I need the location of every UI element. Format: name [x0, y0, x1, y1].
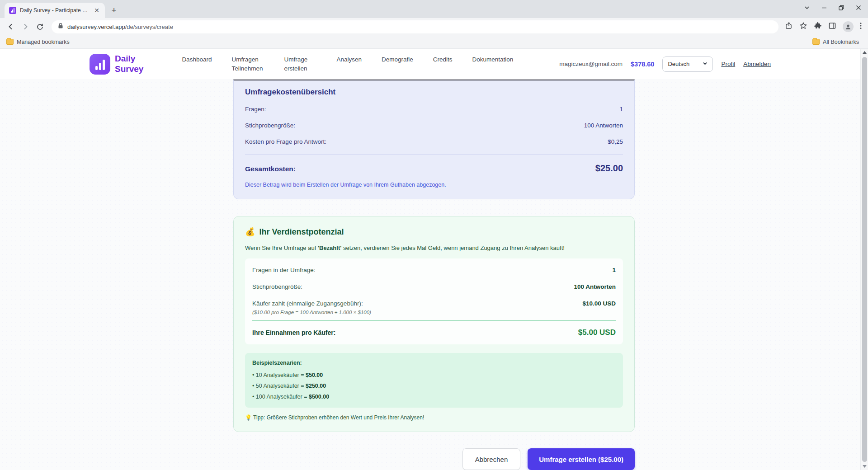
page-scrollbar[interactable] — [860, 49, 868, 470]
form-actions: Abbrechen Umfrage erstellen ($25.00) — [233, 448, 635, 470]
earn-row-sample-size: Stichprobengröße: 100 Antworten — [252, 283, 616, 290]
nav-demografie[interactable]: Demografie — [382, 55, 413, 64]
all-bookmarks[interactable]: All Bookmarks — [812, 39, 862, 45]
url-bar[interactable]: dailysurvey.vercel.app/de/surveys/create — [52, 20, 778, 33]
cancel-button[interactable]: Abbrechen — [462, 448, 521, 470]
scenario-item: • 10 Analysekäufer = $50.00 — [252, 372, 616, 378]
nav-credits[interactable]: Credits — [433, 55, 453, 64]
forward-icon[interactable] — [19, 20, 32, 33]
folder-icon — [812, 39, 820, 45]
tip-text: 💡 Tipp: Größere Stichproben erhöhen den … — [245, 414, 623, 421]
earn-row-questions: Fragen in der Umfrage: 1 — [252, 267, 616, 273]
cost-row-cost-per-answer: Kosten pro Frage pro Antwort: $0,25 — [245, 138, 623, 145]
main-nav: Dashboard Umfragen Teilnehmen Umfrage er… — [182, 55, 513, 73]
earning-breakdown-panel: Fragen in der Umfrage: 1 Stichprobengröß… — [245, 258, 623, 344]
side-panel-icon[interactable] — [828, 22, 836, 32]
brand[interactable]: DailySurvey — [90, 54, 143, 75]
language-select[interactable]: Deutsch — [662, 56, 713, 72]
nav-analysen[interactable]: Analysen — [336, 55, 362, 64]
user-email: magiczeux@gmail.com — [559, 61, 623, 67]
chevron-down-icon — [703, 61, 708, 67]
earning-title: 💰 Ihr Verdienstpotenzial — [245, 227, 623, 237]
page-viewport: DailySurvey Dashboard Umfragen Teilnehme… — [0, 49, 868, 470]
lock-icon — [58, 23, 63, 31]
cost-row-sample-size: Stichprobengröße: 100 Antworten — [245, 122, 623, 129]
managed-bookmarks[interactable]: Managed bookmarks — [6, 39, 70, 45]
brand-chart-icon — [90, 54, 110, 75]
cost-summary-title: Umfragekostenübersicht — [245, 88, 623, 97]
profile-avatar-icon[interactable] — [843, 21, 854, 32]
nav-umfrage-erstellen[interactable]: Umfrage erstellen — [284, 55, 316, 73]
price-formula: ($10.00 pro Frage = 100 Antworten ÷ 1.00… — [252, 310, 616, 315]
bookmarks-bar: Managed bookmarks All Bookmarks — [0, 35, 868, 49]
site-favicon-chart-icon — [9, 7, 16, 14]
earn-row-buyer-pays: Käufer zahlt (einmalige Zugangsgebühr): … — [252, 300, 616, 307]
divider — [252, 320, 616, 321]
earnings-per-buyer-value: $5.00 USD — [578, 328, 616, 337]
back-icon[interactable] — [5, 20, 17, 33]
total-cost-row: Gesamtkosten: $25.00 — [245, 163, 623, 174]
earning-potential-card: 💰 Ihr Verdienstpotenzial Wenn Sie Ihre U… — [233, 216, 635, 432]
app-header: DailySurvey Dashboard Umfragen Teilnehme… — [0, 49, 868, 79]
window-minimize-icon[interactable] — [821, 5, 827, 11]
brand-name: DailySurvey — [115, 54, 143, 75]
scrollbar-thumb[interactable] — [862, 57, 867, 462]
cost-row-questions: Fragen: 1 — [245, 106, 623, 113]
balance-amount[interactable]: $378.60 — [631, 61, 654, 68]
tab-title: Daily Survey - Participate & Earn — [20, 7, 89, 14]
nav-dokumentation[interactable]: Dokumentation — [472, 55, 514, 64]
total-cost-value: $25.00 — [595, 163, 623, 174]
browser-toolbar: dailysurvey.vercel.app/de/surveys/create — [0, 18, 868, 35]
nav-umfragen-teilnehmen[interactable]: Umfragen Teilnehmen — [231, 55, 264, 73]
folder-icon — [6, 39, 14, 45]
example-scenarios-box: Beispielszenarien: • 10 Analysekäufer = … — [245, 353, 623, 408]
window-close-icon[interactable] — [855, 5, 862, 11]
window-restore-icon[interactable] — [838, 5, 844, 11]
browser-tab[interactable]: Daily Survey - Participate & Earn ✕ — [5, 3, 105, 18]
create-survey-button[interactable]: Umfrage erstellen ($25.00) — [528, 448, 635, 470]
bookmark-star-icon[interactable] — [799, 22, 807, 32]
extensions-puzzle-icon[interactable] — [814, 22, 822, 32]
tab-close-icon[interactable]: ✕ — [92, 6, 101, 14]
tab-search-chevron-icon[interactable] — [804, 5, 810, 11]
scroll-up-icon[interactable] — [863, 49, 867, 56]
scenario-item: • 100 Analysekäufer = $500.00 — [252, 394, 616, 400]
logout-link[interactable]: Abmelden — [743, 61, 771, 67]
url-text: dailysurvey.vercel.app/de/surveys/create — [67, 24, 173, 30]
profile-link[interactable]: Profil — [721, 61, 735, 67]
scroll-down-icon[interactable] — [863, 463, 867, 470]
divider — [245, 155, 623, 155]
nav-dashboard[interactable]: Dashboard — [182, 55, 212, 64]
earning-intro: Wenn Sie Ihre Umfrage auf 'Bezahlt' setz… — [245, 244, 623, 251]
browser-tab-strip: Daily Survey - Participate & Earn ✕ + — [0, 0, 868, 18]
earnings-per-buyer-row: Ihre Einnahmen pro Käufer: $5.00 USD — [252, 328, 616, 337]
new-tab-button[interactable]: + — [108, 4, 120, 17]
cost-note: Dieser Betrag wird beim Erstellen der Um… — [245, 182, 623, 188]
scenario-item: • 50 Analysekäufer = $250.00 — [252, 383, 616, 389]
content-column: Umfragekostenübersicht Fragen: 1 Stichpr… — [233, 79, 635, 470]
money-bag-icon: 💰 — [245, 227, 255, 237]
cost-summary-card: Umfragekostenübersicht Fragen: 1 Stichpr… — [233, 80, 635, 199]
share-icon[interactable] — [785, 22, 793, 32]
reload-icon[interactable] — [33, 20, 46, 33]
kebab-menu-icon[interactable] — [860, 22, 862, 31]
